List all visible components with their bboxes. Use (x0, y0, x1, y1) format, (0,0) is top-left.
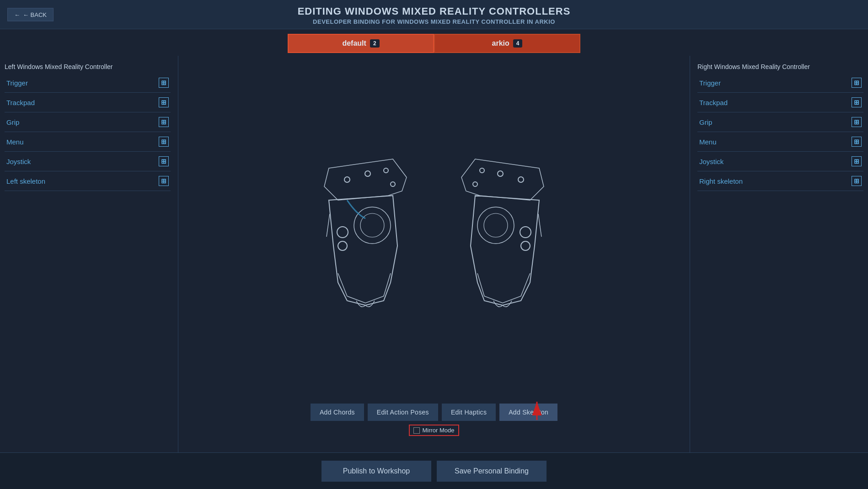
svg-point-10 (498, 171, 503, 176)
right-menu-item[interactable]: Menu ⊞ (697, 132, 863, 152)
edit-haptics-button[interactable]: Edit Haptics (442, 404, 496, 421)
right-trigger-add-icon[interactable]: ⊞ (852, 78, 862, 88)
left-skeleton-label: Left skeleton (6, 177, 45, 185)
left-trackpad-add-icon[interactable]: ⊞ (159, 97, 169, 107)
svg-point-14 (484, 213, 508, 237)
right-panel: Right Windows Mixed Reality Controller T… (690, 56, 868, 452)
controllers-area (301, 60, 567, 404)
left-trigger-add-icon[interactable]: ⊞ (159, 78, 169, 88)
left-joystick-item[interactable]: Joystick ⊞ (5, 152, 171, 171)
svg-point-15 (520, 227, 531, 238)
back-button[interactable]: ← ← BACK (7, 8, 54, 21)
right-controller-svg (439, 154, 567, 310)
right-trackpad-label: Trackpad (699, 99, 728, 106)
right-grip-item[interactable]: Grip ⊞ (697, 112, 863, 132)
svg-point-4 (354, 207, 391, 244)
red-arrow-indicator (528, 399, 546, 422)
mirror-mode-row: Mirror Mode (409, 425, 459, 436)
header: ← ← BACK EDITING WINDOWS MIXED REALITY C… (0, 0, 868, 29)
mirror-mode-checkbox[interactable] (413, 427, 420, 434)
tab-default-badge: 2 (370, 39, 380, 48)
right-trigger-item[interactable]: Trigger ⊞ (697, 73, 863, 93)
svg-point-6 (337, 227, 348, 238)
right-trackpad-item[interactable]: Trackpad ⊞ (697, 93, 863, 112)
tab-default[interactable]: default 2 (288, 34, 434, 53)
right-joystick-add-icon[interactable]: ⊞ (852, 156, 862, 166)
tabs-row: default 2 arkio 4 (0, 29, 868, 56)
right-trackpad-add-icon[interactable]: ⊞ (852, 97, 862, 107)
tab-arkio-label: arkio (492, 39, 509, 48)
left-menu-add-icon[interactable]: ⊞ (159, 137, 169, 147)
svg-point-11 (480, 168, 484, 173)
left-trackpad-item[interactable]: Trackpad ⊞ (5, 93, 171, 112)
edit-action-poses-button[interactable]: Edit Action Poses (368, 404, 438, 421)
left-panel: Left Windows Mixed Reality Controller Tr… (0, 56, 178, 452)
right-menu-label: Menu (699, 138, 717, 146)
right-panel-title: Right Windows Mixed Reality Controller (697, 63, 863, 70)
svg-point-16 (521, 241, 530, 250)
left-trigger-label: Trigger (6, 79, 28, 87)
right-menu-add-icon[interactable]: ⊞ (852, 137, 862, 147)
left-panel-title: Left Windows Mixed Reality Controller (5, 63, 171, 70)
back-icon: ← (14, 11, 20, 18)
tab-default-label: default (342, 39, 366, 48)
right-skeleton-item[interactable]: Right skeleton ⊞ (697, 171, 863, 191)
left-joystick-add-icon[interactable]: ⊞ (159, 156, 169, 166)
right-joystick-item[interactable]: Joystick ⊞ (697, 152, 863, 171)
left-grip-label: Grip (6, 118, 19, 126)
right-skeleton-add-icon[interactable]: ⊞ (852, 176, 862, 186)
tab-arkio-badge: 4 (513, 39, 523, 48)
svg-line-8 (327, 214, 330, 237)
center-area: Add Chords Edit Action Poses Edit Haptic… (178, 56, 690, 452)
svg-point-1 (365, 171, 370, 176)
svg-point-7 (338, 241, 347, 250)
back-label: ← BACK (23, 11, 47, 18)
publish-button[interactable]: Publish to Workshop (321, 461, 431, 482)
left-skeleton-add-icon[interactable]: ⊞ (159, 176, 169, 186)
left-trigger-item[interactable]: Trigger ⊞ (5, 73, 171, 93)
right-grip-add-icon[interactable]: ⊞ (852, 117, 862, 127)
main-content: Left Windows Mixed Reality Controller Tr… (0, 56, 868, 452)
page-title: EDITING WINDOWS MIXED REALITY CONTROLLER… (9, 5, 859, 17)
add-chords-button[interactable]: Add Chords (311, 404, 364, 421)
svg-point-9 (518, 177, 524, 182)
left-grip-add-icon[interactable]: ⊞ (159, 117, 169, 127)
right-grip-label: Grip (699, 118, 712, 126)
right-skeleton-label: Right skeleton (699, 177, 743, 185)
left-skeleton-item[interactable]: Left skeleton ⊞ (5, 171, 171, 191)
right-trigger-label: Trigger (699, 79, 721, 87)
left-controller-svg (301, 154, 429, 310)
action-buttons: Add Chords Edit Action Poses Edit Haptic… (311, 404, 557, 421)
tab-arkio[interactable]: arkio 4 (434, 34, 580, 53)
left-trackpad-label: Trackpad (6, 99, 35, 106)
left-menu-label: Menu (6, 138, 24, 146)
svg-point-2 (384, 168, 388, 173)
right-joystick-label: Joystick (699, 158, 723, 165)
save-personal-binding-button[interactable]: Save Personal Binding (437, 461, 547, 482)
footer: Publish to Workshop Save Personal Bindin… (0, 452, 868, 489)
svg-point-0 (344, 177, 350, 182)
page-subtitle: DEVELOPER BINDING FOR WINDOWS MIXED REAL… (9, 18, 859, 25)
left-grip-item[interactable]: Grip ⊞ (5, 112, 171, 132)
mirror-mode-label: Mirror Mode (422, 427, 454, 434)
svg-point-13 (477, 207, 514, 244)
svg-line-17 (538, 214, 541, 237)
svg-point-12 (473, 182, 477, 186)
left-menu-item[interactable]: Menu ⊞ (5, 132, 171, 152)
svg-point-3 (391, 182, 395, 186)
mirror-mode-wrapper[interactable]: Mirror Mode (409, 425, 459, 436)
left-joystick-label: Joystick (6, 158, 31, 165)
